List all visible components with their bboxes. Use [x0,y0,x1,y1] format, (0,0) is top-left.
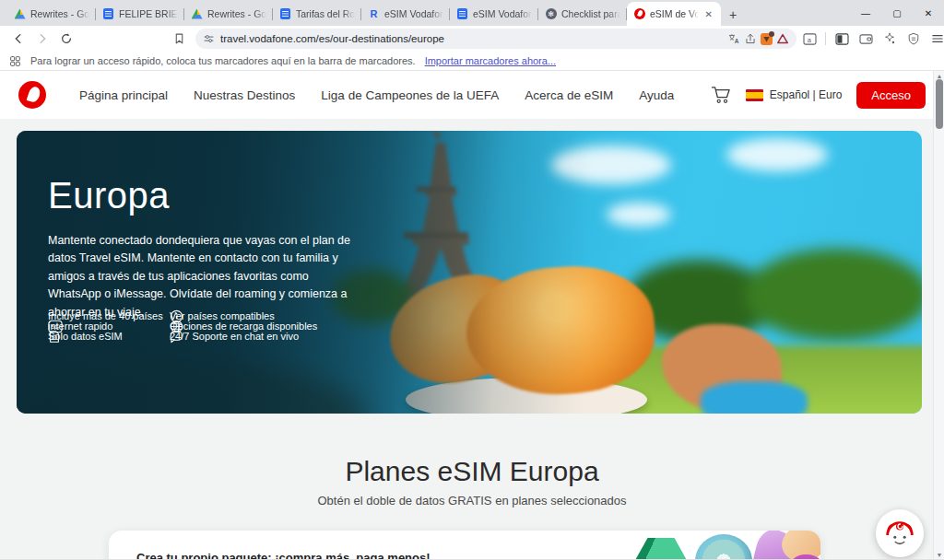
locale-selector[interactable]: Español | Euro [746,88,843,101]
import-bookmarks-link[interactable]: Importar marcadores ahora... [425,55,556,66]
collections-sparkle-icon[interactable] [879,29,901,49]
reload-icon[interactable] [55,29,77,49]
locale-label: Español | Euro [770,88,843,101]
letter-r-icon: R [368,8,380,20]
tab-tarifas-roaming[interactable]: Tarifas del Roaming S [273,2,361,26]
close-window-icon[interactable]: ✕ [913,0,944,26]
google-drive-icon [191,8,203,20]
bundle-illustration [627,531,820,559]
tab-title: eSIM Vodafone: ¿vale [473,8,532,19]
tab-title: Rewrites - Google Dri [30,8,89,19]
browser-toolbar: travel.vodafone.com/es/our-destinations/… [0,26,944,52]
tab-title: Rewrites - Google Dri [207,8,266,19]
browser-essentials-icon[interactable]: a [798,29,820,49]
nav-item-home[interactable]: Página principal [79,88,168,102]
svg-text:A: A [735,38,739,44]
tab-title: eSIM de Vodafon [650,8,699,19]
hero-description: Mantente conectado dondequiera que vayas… [48,232,358,321]
bookmarks-bar: Para lograr un acceso rápido, coloca tus… [0,52,944,71]
new-tab-button[interactable]: + [721,4,745,26]
feature-label: 24/7 Soporte en chat en vivo [170,331,299,342]
toolbar-right-cluster: a [798,29,944,49]
tab-esim-carac[interactable]: ReSIM Vodafone: carac [361,2,450,26]
site-nav: Página principal Nuestras Destinos Liga … [0,71,944,119]
shield-icon[interactable] [903,29,925,49]
feature-label: Solo datos eSIM [48,331,123,342]
bookmarks-hint: Para lograr un acceso rápido, coloca tus… [30,55,416,66]
url-text[interactable]: travel.vodafone.com/es/our-destinations/… [220,33,722,44]
google-doc-icon [456,8,468,20]
window-controls: — ▢ ✕ [850,0,944,26]
tab-title: eSIM Vodafone: carac [384,8,443,19]
google-drive-icon [14,8,26,20]
tab-rewrites-1[interactable]: Rewrites - Google Dri [7,2,96,26]
share-icon[interactable] [744,33,757,45]
tab-title: FELIPE BRIEFS Q4-202 [119,8,178,19]
login-button[interactable]: Acceso [856,82,926,109]
wallet-icon[interactable] [855,29,877,49]
chat-assistant-button[interactable] [876,509,924,557]
privacy-badger-extension-icon[interactable] [761,33,773,45]
close-tab-icon[interactable]: ✕ [703,8,714,20]
scroll-down-icon[interactable]: ▼ [934,550,944,559]
tab-esim-vodafone-active[interactable]: eSIM de Vodafon✕ [627,2,721,26]
address-bar[interactable]: travel.vodafone.com/es/our-destinations/… [195,29,796,49]
bundle-card[interactable]: Crea tu propio paquete: ¡compra más, pag… [109,531,820,559]
minimize-icon[interactable]: — [850,0,881,26]
scrollbar-thumb[interactable] [936,79,943,129]
forward-icon[interactable] [31,29,53,49]
tab-strip: Rewrites - Google Dri FELIPE BRIEFS Q4-2… [0,0,944,26]
apps-grid-icon[interactable] [9,55,21,67]
tune-icon [203,33,215,45]
maximize-icon[interactable]: ▢ [881,0,913,26]
chatgpt-icon: ✻ [545,8,557,20]
tab-checklist[interactable]: ✻Checklist para redact [538,2,627,26]
bundle-title: Crea tu propio paquete: ¡compra más, pag… [136,551,431,559]
google-doc-icon [279,8,291,20]
bookmark-icon[interactable] [168,29,190,49]
tobi-face-icon [882,516,917,551]
triangle-extension-icon[interactable] [776,33,789,45]
tab-esim-vale[interactable]: eSIM Vodafone: ¿vale [450,2,538,26]
cart-icon[interactable] [711,86,731,104]
plans-title: Planes eSIM Europa [0,456,944,487]
split-screen-icon[interactable] [831,29,853,49]
hero-features: Incluye más de 40 países Ver países comp… [48,316,170,336]
nav-item-help[interactable]: Ayuda [639,88,674,102]
nav-item-destinations[interactable]: Nuestras Destinos [194,88,295,102]
tab-felipe-briefs[interactable]: FELIPE BRIEFS Q4-202 [96,2,184,26]
nav-item-about-esim[interactable]: Acerca de eSIM [525,88,613,102]
tab-title: Tarifas del Roaming S [296,8,355,19]
svg-text:a: a [807,35,811,43]
hero-banner: Europa Mantente conectado dondequiera qu… [17,131,922,414]
plans-section: Planes eSIM Europa Obtén el doble de dat… [0,456,944,508]
tab-title: Checklist para redact [561,8,620,19]
page-viewport: Página principal Nuestras Destinos Liga … [0,71,944,559]
google-doc-icon [102,8,114,20]
translate-icon[interactable]: A [727,33,740,45]
plans-subtitle: Obtén el doble de datos GRATIS en planes… [0,494,944,508]
menu-icon[interactable] [926,29,944,49]
vodafone-logo[interactable] [18,81,46,109]
page-scrollbar[interactable]: ▲ ▼ [933,71,944,559]
spain-flag-icon [746,89,763,101]
tab-rewrites-2[interactable]: Rewrites - Google Dri [184,2,273,26]
vodafone-icon [633,8,645,20]
back-icon[interactable] [7,29,30,49]
nav-item-uefa[interactable]: Liga de Campeones de la UEFA [321,88,499,102]
hero-title: Europa [48,175,170,216]
